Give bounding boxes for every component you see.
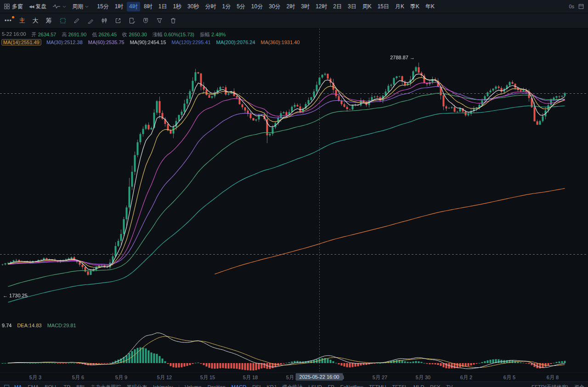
export-icon[interactable]: [114, 17, 122, 25]
ma-label[interactable]: MA(120):2295.41: [172, 40, 211, 45]
more-menu-dots: •••: [5, 17, 12, 24]
ohlc-field: 低 2626.45: [92, 31, 117, 38]
high-price-annotation: 2788.87 →: [375, 55, 415, 60]
main-chart-tab[interactable]: 主: [19, 17, 25, 25]
period-label: 周期: [72, 3, 83, 11]
timeframe-button[interactable]: 分时: [203, 2, 218, 11]
timeframe-button[interactable]: 3时: [299, 2, 312, 11]
indicator-item[interactable]: 爆仓统计: [282, 384, 302, 387]
macd-label: 9.74: [2, 323, 11, 328]
indicator-item[interactable]: TD: [63, 384, 70, 387]
timeframe-button[interactable]: 8时: [141, 2, 155, 11]
chart-style-dropdown[interactable]: [52, 3, 66, 10]
axis-label: 5月 30: [416, 374, 430, 381]
indicator-item[interactable]: 资金: [574, 384, 584, 387]
timeframe-button[interactable]: 季K: [408, 2, 422, 11]
chevron-down-icon: [85, 6, 89, 8]
magnet-icon[interactable]: [142, 17, 150, 25]
timeframe-button[interactable]: 2时: [284, 2, 298, 11]
more-menu-button[interactable]: •••: [5, 17, 12, 24]
ohlc-field: 开 2634.57: [32, 31, 57, 38]
macd-label: DEA:14.83: [17, 323, 41, 328]
timeframe-button[interactable]: 1日: [156, 2, 170, 11]
timeframe-button[interactable]: 1分: [220, 2, 233, 11]
calendar-icon[interactable]: [578, 3, 584, 10]
timeframe-button[interactable]: 30秒: [185, 2, 201, 11]
ohlc-info-bar: 5-22 16:00 开 2634.57高 2691.90低 2626.45收 …: [2, 31, 226, 38]
indicator-item[interactable]: BBI: [76, 384, 85, 387]
chips-tab[interactable]: 筹: [46, 17, 52, 25]
indicator-bar: MAEMABOLLTDBBI主力大单跟踪筹码分布Ichimoku VolumeP…: [0, 381, 588, 387]
chevron-down-icon: [62, 6, 66, 8]
replay-icon: ◀◀: [29, 5, 34, 9]
indicator-item[interactable]: TV: [446, 384, 452, 387]
multi-window-button[interactable]: 多窗: [4, 3, 23, 11]
ma-label[interactable]: MA(90):2454.15: [130, 40, 166, 45]
indicator-item[interactable]: MACD: [232, 384, 246, 387]
axis-label: 5月 27: [373, 374, 387, 381]
pencil-icon[interactable]: [73, 17, 81, 25]
ma-label[interactable]: MA(200):2076.24: [216, 40, 255, 45]
timeframe-button[interactable]: 15分: [95, 2, 111, 11]
chart-area: 5-22 16:00 开 2634.57高 2691.90低 2626.45收 …: [0, 28, 588, 381]
main-indicator-group: MAEMABOLLTDBBI主力大单跟踪筹码分布Ichimoku: [14, 384, 173, 387]
indicator-item[interactable]: KDJ: [267, 384, 277, 387]
replay-button[interactable]: ◀◀ 复盘: [29, 3, 46, 11]
indicator-item[interactable]: BOLL: [45, 384, 57, 387]
axis-label: 5月 9: [115, 374, 127, 381]
note-icon[interactable]: [128, 17, 136, 25]
timeframe-button[interactable]: 15日: [375, 2, 391, 11]
area-select-icon[interactable]: [59, 17, 67, 25]
topbar-right: 0s: [569, 3, 584, 10]
indicator-item[interactable]: EFTD(干球优度): [531, 384, 568, 387]
trash-icon[interactable]: [170, 17, 177, 25]
timeframe-button[interactable]: 12时: [313, 2, 329, 11]
timeframe-button[interactable]: 2日: [331, 2, 344, 11]
indicator-item[interactable]: MLD: [413, 384, 424, 387]
large-chart-tab[interactable]: 大: [33, 17, 39, 25]
indicator-item[interactable]: 主力大单跟踪: [90, 384, 121, 387]
indicator-item[interactable]: LSHD: [308, 384, 322, 387]
timeframe-button[interactable]: 3日: [345, 2, 359, 11]
period-dropdown[interactable]: 周期: [72, 3, 89, 11]
kline-draw-icon[interactable]: [101, 17, 108, 25]
layout-icon[interactable]: [4, 384, 10, 387]
axis-label: 5月 12: [157, 374, 172, 381]
indicator-item[interactable]: Position: [208, 384, 226, 387]
drawing-toolbar: ••• 主 大 筹: [0, 13, 588, 28]
ma-label[interactable]: MA(14):2551.49: [2, 40, 41, 45]
ma-label[interactable]: MA(60):2535.75: [88, 40, 124, 45]
indicator-item[interactable]: MA: [14, 384, 22, 387]
low-price-annotation: ← 1730.25: [3, 293, 28, 298]
timeframe-button[interactable]: 30分: [266, 2, 283, 11]
axis-label: 6月 8: [547, 374, 559, 381]
indicator-item[interactable]: Volume: [185, 384, 202, 387]
timeframe-button[interactable]: 5分: [234, 2, 248, 11]
timeframe-button[interactable]: 月K: [393, 2, 407, 11]
timeframe-button[interactable]: 1秒: [170, 2, 184, 11]
indicator-item[interactable]: PSY: [430, 384, 440, 387]
timeframe-button[interactable]: 周K: [360, 2, 374, 11]
macd-label: MACD:29.81: [47, 323, 76, 328]
brush-icon[interactable]: [87, 17, 95, 25]
indicator-item[interactable]: EMA: [28, 384, 39, 387]
indicator-item[interactable]: ExNetflow: [340, 384, 363, 387]
crosshair-date-label: 2025-05-22 16:00: [296, 373, 343, 381]
ohlc-field: 收 2650.30: [122, 31, 147, 38]
indicator-item[interactable]: RSI: [252, 384, 260, 387]
indicator-item[interactable]: 筹码分布: [127, 384, 147, 387]
indicator-item[interactable]: TFTSL: [392, 384, 407, 387]
indicator-item[interactable]: FP: [328, 384, 334, 387]
timeframe-button[interactable]: 1时: [113, 2, 126, 11]
timeframe-list: 15分1时4时8时1日1秒30秒分时1分5分10分30分2时3时12时2日3日周…: [95, 2, 437, 11]
timeframe-button[interactable]: 年K: [423, 2, 437, 11]
ma-label[interactable]: MA(360):1931.40: [261, 40, 300, 45]
filter-icon[interactable]: [156, 17, 164, 25]
axis-label: 5月 3: [29, 374, 41, 381]
indicator-item[interactable]: TFTMU: [369, 384, 386, 387]
indicator-item[interactable]: Ichimoku: [153, 384, 173, 387]
candlestick-chart[interactable]: [0, 28, 588, 372]
timeframe-button[interactable]: 4时: [127, 2, 140, 11]
ma-label[interactable]: MA(30):2512.38: [46, 40, 83, 45]
timeframe-button[interactable]: 10分: [249, 2, 265, 11]
